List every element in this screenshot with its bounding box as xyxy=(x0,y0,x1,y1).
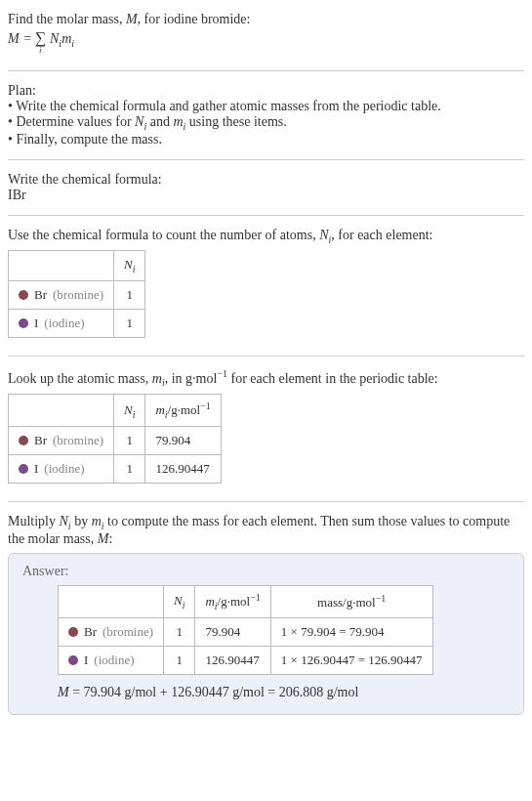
header-ni: Ni xyxy=(163,586,194,618)
formula-n: N xyxy=(47,31,60,46)
chem-heading: Write the chemical formula: xyxy=(8,172,524,188)
hdr-unit-sup: −1 xyxy=(250,592,261,603)
element-name: (bromine) xyxy=(53,433,103,448)
divider xyxy=(8,356,524,357)
plan-b2-m: m xyxy=(173,114,183,129)
table-header-row: Ni mi/g·mol−1 mass/g·mol−1 xyxy=(59,586,433,618)
molar-mass-formula: M = ∑i Nimi xyxy=(8,29,524,49)
count-prefix: Use the chemical formula to count the nu… xyxy=(8,228,319,242)
hdr-ni-sub: i xyxy=(133,408,136,419)
count-table: Ni Br (bromine) 1 I (iodine) 1 xyxy=(8,250,145,338)
ni-cell: 1 xyxy=(163,618,194,647)
element-cell: Br (bromine) xyxy=(9,427,114,455)
table-header-row: Ni mi/g·mol−1 xyxy=(9,395,222,427)
mi-cell: 79.904 xyxy=(195,618,270,647)
hdr-ni: N xyxy=(174,593,183,608)
plan-b2-and: and xyxy=(146,114,173,129)
count-var: N xyxy=(319,228,328,242)
am-sup: −1 xyxy=(217,368,227,379)
mi-cell: 126.90447 xyxy=(195,647,270,675)
element-name: (bromine) xyxy=(53,287,103,303)
ni-cell: 1 xyxy=(113,455,144,484)
divider xyxy=(8,70,524,71)
atomic-line: Look up the atomic mass, mi, in g·mol−1 … xyxy=(8,368,524,388)
table-row: Br (bromine) 1 xyxy=(9,280,145,309)
plan-b2-prefix: • Determine values for xyxy=(8,114,135,129)
plan-bullet-3: • Finally, compute the mass. xyxy=(8,132,524,148)
hdr-ni: N xyxy=(124,257,133,272)
mult-m: m xyxy=(92,514,102,528)
mult-mvar: M xyxy=(98,531,109,546)
plan-bullet-2: • Determine values for Ni and mi using t… xyxy=(8,114,524,132)
element-symbol: Br xyxy=(34,433,47,448)
ni-cell: 1 xyxy=(163,647,194,675)
divider xyxy=(8,159,524,160)
hdr-ni-sub: i xyxy=(133,264,136,274)
table-row: I (iodine) 1 126.90447 xyxy=(9,455,222,484)
table-row: I (iodine) 1 126.90447 1 × 126.90447 = 1… xyxy=(59,647,433,675)
element-symbol: I xyxy=(34,461,38,477)
mi-cell: 126.90447 xyxy=(145,455,221,484)
hdr-mass-sup: −1 xyxy=(376,593,387,604)
ni-cell: 1 xyxy=(113,280,144,309)
answer-table: Ni mi/g·mol−1 mass/g·mol−1 Br (bromine) … xyxy=(58,585,433,675)
element-name: (iodine) xyxy=(44,316,84,331)
hdr-ni: N xyxy=(124,402,133,417)
intro-line: Find the molar mass, M, for iodine bromi… xyxy=(8,12,524,27)
element-dot-icon xyxy=(19,436,28,445)
formula-m: m xyxy=(61,31,71,46)
intro-suffix: , for iodine bromide: xyxy=(138,12,251,26)
header-ni: Ni xyxy=(113,395,144,427)
element-dot-icon xyxy=(68,655,78,665)
am-suffix: for each element in the periodic table: xyxy=(227,371,438,386)
element-symbol: Br xyxy=(34,287,47,303)
sigma-sub: i xyxy=(39,45,42,55)
header-mi: mi/g·mol−1 xyxy=(195,586,270,618)
sigma-symbol: ∑ xyxy=(35,29,46,46)
mult-by: by xyxy=(71,514,92,528)
header-ni: Ni xyxy=(113,251,144,281)
chem-value: IBr xyxy=(8,188,524,203)
intro-var: M xyxy=(126,12,138,26)
atomic-mass-section: Look up the atomic mass, mi, in g·mol−1 … xyxy=(8,364,524,493)
count-section: Use the chemical formula to count the nu… xyxy=(8,224,524,348)
answer-box: Answer: Ni mi/g·mol−1 mass/g·mol−1 Br (b… xyxy=(8,553,524,715)
element-cell: I (iodine) xyxy=(9,309,114,337)
element-cell: I (iodine) xyxy=(9,455,114,484)
element-name: (iodine) xyxy=(44,461,84,477)
chemical-formula-section: Write the chemical formula: IBr xyxy=(8,168,524,207)
intro-prefix: Find the molar mass, xyxy=(8,12,126,26)
header-empty xyxy=(59,586,164,618)
header-empty xyxy=(9,395,114,427)
table-row: Br (bromine) 1 79.904 xyxy=(9,427,222,455)
plan-bullet-1: • Write the chemical formula and gather … xyxy=(8,99,524,114)
answer-label: Answer: xyxy=(22,564,510,579)
element-cell: I (iodine) xyxy=(59,647,164,675)
ni-cell: 1 xyxy=(113,309,144,337)
multiply-line: Multiply Ni by mi to compute the mass fo… xyxy=(8,514,524,547)
mass-cell: 1 × 126.90447 = 126.90447 xyxy=(270,647,432,675)
plan-b2-suffix: using these items. xyxy=(185,114,286,129)
mult-prefix: Multiply xyxy=(8,514,60,528)
plan-section: Plan: • Write the chemical formula and g… xyxy=(8,79,524,151)
molar-eq: = 79.904 g/mol + 126.90447 g/mol = 206.8… xyxy=(69,685,359,699)
molar-var: M xyxy=(58,685,69,699)
hdr-mi: m xyxy=(205,594,214,609)
element-cell: Br (bromine) xyxy=(59,618,164,647)
divider xyxy=(8,501,524,502)
element-cell: Br (bromine) xyxy=(9,280,114,309)
hdr-ni-sub: i xyxy=(183,600,185,611)
am-var: m xyxy=(152,371,162,386)
hdr-unit: /g·mol xyxy=(218,594,251,609)
ni-cell: 1 xyxy=(113,427,144,455)
count-suffix: , for each element: xyxy=(331,228,432,242)
element-name: (iodine) xyxy=(94,653,134,668)
mult-suffix: : xyxy=(108,531,112,546)
element-symbol: I xyxy=(34,316,38,331)
hdr-unit-sup: −1 xyxy=(200,400,211,411)
mi-cell: 79.904 xyxy=(145,427,221,455)
table-header-row: Ni xyxy=(9,251,145,281)
divider xyxy=(8,215,524,216)
element-symbol: I xyxy=(84,653,88,668)
mass-cell: 1 × 79.904 = 79.904 xyxy=(270,618,432,647)
